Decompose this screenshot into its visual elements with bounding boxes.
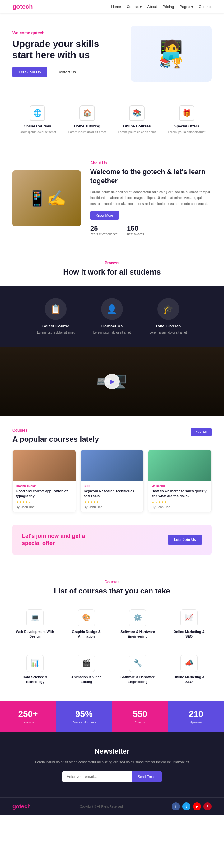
course-list-name: Software & Hardware Engineering [118,675,157,685]
stat-block-number: 550 [120,709,160,719]
course-thumbnail [81,450,143,481]
course-list-name: Animation & Video Editing [67,675,106,685]
newsletter-section: Newsletter Lorem ipsum dolor sit amet, c… [0,732,224,798]
course-list-icon: 🔧 [129,655,146,672]
newsletter-description: Lorem ipsum dolor sit amet, consectetur … [12,759,212,765]
course-author: By: John Doe [84,505,140,509]
newsletter-email-input[interactable] [62,771,132,782]
nav-link-contact[interactable]: Contact [199,5,212,9]
nav-link-course[interactable]: Course ▾ [127,5,142,9]
stat-block-number: 95% [64,709,104,719]
process-step-description: Lorem ipsum dolor sit amet [37,330,75,335]
course-list-item[interactable]: 📈 Online Marketing & SEO [166,605,212,644]
cta-button[interactable]: Lets Join Us [168,535,202,545]
about-description: Lorem ipsum dolor sit amet, consectetur … [90,189,212,207]
hero-title: Upgrade your skills start here with us [12,38,112,61]
course-list-name: Online Marketing & SEO [170,629,208,639]
course-list-item[interactable]: 📊 Data Science & Technology [12,650,58,689]
process-step-icon: 🎓 [158,298,179,320]
nav-link-pages[interactable]: Pages ▾ [179,5,193,9]
nav-link-pricing[interactable]: Pricing [163,5,174,9]
popular-courses-section: Courses A popular courses lately See All… [0,416,224,525]
feature-icon: 🏠 [79,105,95,121]
course-card[interactable]: Marketing How do we increase sales quick… [148,450,212,513]
twitter-icon[interactable]: t [182,802,190,810]
course-author: By: John Doe [16,505,73,509]
course-list-icon: 💻 [26,609,44,626]
about-content: About Us Welcome to the gotech & let's l… [90,161,212,236]
youtube-icon[interactable]: ▶ [193,802,201,810]
feature-title: Online Courses [16,124,59,128]
hero-illustration: 🧑‍💻 📚🏆 [131,26,212,82]
courses-title: A popular courses lately [12,435,99,444]
process-title: How it work for all students [12,268,212,276]
hero-buttons: Lets Join Us Contact Us [12,67,112,78]
play-button[interactable]: ▶ [104,374,120,389]
navbar: gotech HomeCourse ▾AboutPricingPages ▾Co… [0,0,224,13]
nav-link-about[interactable]: About [147,5,157,9]
course-list-section: Courses List of courses that you can tak… [0,567,224,702]
footer-copyright: Copyright © All Right Reserved [80,805,123,808]
cta-text: Let's join now and get a special offer [22,532,85,547]
course-card[interactable]: Graphic Design Good and correct applicat… [12,450,76,513]
pinterest-icon[interactable]: P [203,802,212,810]
process-step: 📋 Select Course Lorem ipsum dolor sit am… [37,298,75,335]
stat-block-label: Lessons [8,720,48,724]
know-more-button[interactable]: Know More [90,211,119,220]
play-icon: ▶ [110,378,115,385]
send-email-button[interactable]: Send Email! [132,771,162,782]
stat-label: Years of experience [90,232,118,236]
course-list-item[interactable]: 🔧 Software & Hardware Engineering [115,650,160,689]
cta-line1: Let's join now and get a [22,533,85,539]
feature-icon: 🌐 [30,105,45,121]
hero-section: Welcome gotech Upgrade your skills start… [0,13,224,91]
process-step-description: Lorem ipsum dolor sit amet [93,330,131,335]
course-card[interactable]: SEO Keyword Research Techniques and Tool… [80,450,144,513]
video-section: ⌨️🖥️ ▶ [0,347,224,416]
course-info: SEO Keyword Research Techniques and Tool… [81,481,143,512]
footer-social: f t ▶ P [172,802,212,810]
stat-number: 150 [127,224,144,232]
course-list-icon: ⚙️ [129,609,146,626]
about-section: 📱✍️ About Us Welcome to the gotech & let… [0,148,224,248]
see-all-button[interactable]: See All [191,428,212,436]
course-category: Graphic Design [16,484,73,488]
course-rating: ★★★★★ [84,500,140,504]
course-list-icon: 🎨 [78,609,95,626]
course-rating: ★★★★★ [16,500,73,504]
video-overlay: ▶ [0,347,224,416]
about-stats: 25Years of experience150Best awards [90,224,212,236]
course-list-item[interactable]: ⚙️ Software & Hardware Engineering [115,605,160,644]
course-list-name: Software & Hardware Engineering [118,629,157,639]
nav-link-home[interactable]: Home [111,5,121,9]
course-list-name: Online Marketing & SEO [170,675,208,685]
features-section: 🌐 Online Courses Lorem ipsum dolor sit a… [0,91,224,148]
process-step: 👤 Contact Us Lorem ipsum dolor sit amet [93,298,131,335]
course-list-item[interactable]: 🎬 Animation & Video Editing [64,650,109,689]
feature-item: 🌐 Online Courses Lorem ipsum dolor sit a… [12,101,62,139]
course-list-name: Web Development With Design [16,629,54,639]
course-rating: ★★★★★ [151,500,208,504]
course-title: Keyword Research Techniques and Tools [84,489,140,498]
course-list-title: List of courses that you can take [12,587,212,595]
process-step-title: Contact Us [93,323,131,328]
stat-label: Best awards [127,232,144,236]
join-button[interactable]: Lets Join Us [12,67,47,78]
course-list-item[interactable]: 📣 Online Marketing & SEO [166,650,212,689]
courses-labels: Courses A popular courses lately [12,428,99,444]
newsletter-form: Send Email! [62,771,162,782]
logo[interactable]: gotech [12,3,33,10]
course-category: Marketing [151,484,208,488]
contact-button[interactable]: Contact Us [51,67,82,78]
stats-banner: 250+ Lessons 95% Course Success 550 Clie… [0,701,224,732]
course-info: Graphic Design Good and correct applicat… [13,481,76,512]
process-step-description: Lorem ipsum dolor sit amet [149,330,187,335]
stat-block-label: Speaker [176,720,216,724]
course-list-item[interactable]: 💻 Web Development With Design [12,605,58,644]
facebook-icon[interactable]: f [172,802,180,810]
course-list-item[interactable]: 🎨 Graphic Design & Animation [64,605,109,644]
courses-grid: Graphic Design Good and correct applicat… [12,450,212,513]
about-stat: 150Best awards [127,224,144,236]
newsletter-title: Newsletter [12,747,212,755]
course-list-header: Courses List of courses that you can tak… [12,580,212,595]
